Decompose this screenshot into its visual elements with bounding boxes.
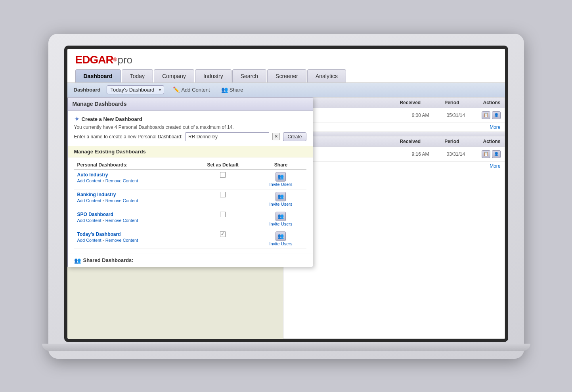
banking-share-wrap: 👥 Invite Users	[258, 192, 303, 207]
auto-industry-link[interactable]: Auto Industry	[77, 172, 187, 178]
screen: EDGAR®pro Dashboard Today Company Indust…	[67, 49, 505, 339]
nav-tab-analytics[interactable]: Analytics	[307, 69, 346, 82]
received-value: 6:00 AM	[412, 113, 444, 118]
auto-share-cell: 👥 Invite Users	[255, 169, 306, 189]
more-link-2[interactable]: More	[283, 162, 505, 170]
create-dashboard-button[interactable]: Create	[283, 132, 306, 141]
banking-share-cell: 👥 Invite Users	[255, 189, 306, 209]
app-logo: EDGAR®pro	[75, 54, 497, 66]
dashboard-table: Personal Dashboards: Set as Default Shar…	[74, 161, 306, 249]
copy-icon[interactable]: 📋	[482, 111, 490, 119]
banking-default-cell	[190, 189, 256, 209]
todays-invite-link[interactable]: Invite Users	[269, 241, 292, 246]
add-content-button[interactable]: ✏️ Add Content	[170, 86, 212, 94]
auto-invite-link[interactable]: Invite Users	[269, 182, 292, 187]
spo-default-cell	[190, 209, 256, 229]
row-actions: 📋 👤	[482, 111, 501, 119]
app-header: EDGAR®pro Dashboard Today Company Indust…	[67, 49, 505, 83]
banking-default-checkbox[interactable]	[220, 192, 226, 197]
main-content: Received Period Actions GNS, INC. 6:00 A…	[67, 97, 505, 339]
copy-icon-2[interactable]: 📋	[482, 150, 490, 158]
share-button[interactable]: 👥 Share	[219, 86, 246, 94]
dashboard-name-cell-spo: SPO Dashboard Add Content • Remove Conte…	[74, 209, 190, 229]
logo-edgar: EDGAR	[75, 54, 113, 66]
banking-invite-link[interactable]: Invite Users	[269, 202, 292, 207]
toolbar: Dashboard Today's Dashboard Auto Industr…	[67, 83, 505, 97]
banking-add-content-link[interactable]: Add Content	[77, 198, 101, 203]
col-header-personal: Personal Dashboards:	[74, 161, 190, 170]
spo-add-content-link[interactable]: Add Content	[77, 218, 101, 223]
dashboard-name-input[interactable]	[186, 132, 269, 141]
auto-industry-actions: Add Content • Remove Content	[77, 178, 187, 183]
dashboard-row-todays: Today's Dashboard Add Content • Remove C…	[74, 229, 306, 249]
col-actions: Actions	[483, 100, 500, 105]
create-input-row: Enter a name to create a new Personal Da…	[74, 132, 306, 141]
shared-section: 👥 Shared Dashboards:	[68, 254, 313, 267]
auto-add-content-link[interactable]: Add Content	[77, 178, 101, 183]
modal-body: ✦ Create a New Dashboard You currently h…	[68, 111, 313, 254]
nav-tab-screener[interactable]: Screener	[267, 69, 306, 82]
spo-default-checkbox[interactable]	[220, 212, 226, 217]
share-label: Share	[230, 87, 243, 93]
nav-tab-dashboard[interactable]: Dashboard	[75, 69, 121, 82]
todays-share-icon[interactable]: 👥	[275, 231, 286, 241]
manage-existing-header: Manage Existing Dashboards	[68, 146, 313, 157]
laptop-shell: EDGAR®pro Dashboard Today Company Indust…	[48, 34, 524, 359]
nav-tab-company[interactable]: Company	[154, 69, 194, 82]
create-description: You currently have 4 Personal Dashboards…	[74, 124, 306, 130]
todays-dashboard-actions: Add Content • Remove Content	[77, 238, 187, 243]
create-input-label: Enter a name to create a new Personal Da…	[74, 134, 183, 140]
toolbar-select-wrap: Today's Dashboard Auto Industry Banking …	[107, 85, 164, 94]
shared-dashboards-label: Shared Dashboards:	[83, 257, 134, 263]
manage-dashboards-modal: Manage Dashboards ✦ Create a New Dashboa…	[67, 97, 313, 267]
create-section: ✦ Create a New Dashboard You currently h…	[74, 115, 306, 141]
auto-default-checkbox[interactable]	[220, 172, 226, 178]
todays-add-content-link[interactable]: Add Content	[77, 238, 101, 243]
period-value-2: 03/31/14	[447, 151, 478, 157]
col-period-2: Period	[444, 139, 459, 144]
spo-remove-content-link[interactable]: Remove Content	[105, 218, 138, 223]
col-header-default: Set as Default	[190, 161, 256, 170]
section-divider	[283, 132, 505, 136]
banking-remove-content-link[interactable]: Remove Content	[105, 198, 138, 203]
clear-input-button[interactable]: ✕	[272, 133, 280, 140]
add-content-label: Add Content	[181, 87, 210, 93]
col-header-share: Share	[255, 161, 306, 170]
auto-share-wrap: 👥 Invite Users	[258, 172, 303, 187]
todays-remove-content-link[interactable]: Remove Content	[105, 238, 138, 243]
bg-table-header-2: Received Period Actions	[283, 136, 505, 147]
todays-share-wrap: 👥 Invite Users	[258, 231, 303, 246]
toolbar-dashboard-label: Dashboard	[74, 87, 101, 93]
period-value: 05/31/14	[447, 113, 478, 118]
spo-dashboard-actions: Add Content • Remove Content	[77, 218, 187, 223]
plus-icon: ✦	[74, 115, 79, 123]
screen-bezel: EDGAR®pro Dashboard Today Company Indust…	[64, 46, 508, 342]
todays-default-checkbox[interactable]	[220, 231, 226, 237]
dashboard-name-cell-auto: Auto Industry Add Content • Remove Conte…	[74, 169, 190, 189]
user-icon[interactable]: 👤	[492, 111, 501, 119]
spo-share-icon[interactable]: 👥	[275, 212, 286, 221]
auto-remove-content-link[interactable]: Remove Content	[105, 178, 138, 183]
nav-tab-search[interactable]: Search	[232, 69, 266, 82]
banking-industry-link[interactable]: Banking Industry	[77, 192, 187, 197]
modal-title: Manage Dashboards	[68, 98, 313, 111]
auto-default-cell	[190, 169, 256, 189]
dashboard-row-spo: SPO Dashboard Add Content • Remove Conte…	[74, 209, 306, 229]
todays-dashboard-link[interactable]: Today's Dashboard	[77, 231, 187, 237]
col-received-2: Received	[400, 139, 421, 144]
auto-share-icon[interactable]: 👥	[275, 172, 286, 182]
nav-tab-today[interactable]: Today	[122, 69, 153, 82]
spo-dashboard-link[interactable]: SPO Dashboard	[77, 212, 187, 217]
col-period: Period	[444, 100, 459, 105]
banking-share-icon[interactable]: 👥	[275, 192, 286, 201]
table-row: GNS, INC. 6:00 AM 05/31/14 📋 👤	[283, 108, 505, 123]
user-icon-2[interactable]: 👤	[492, 150, 501, 158]
logo-reg: ®	[113, 57, 117, 62]
table-row-2: 9:16 AM 03/31/14 📋 👤	[283, 147, 505, 162]
spo-share-cell: 👥 Invite Users	[255, 209, 306, 229]
nav-tab-industry[interactable]: Industry	[195, 69, 231, 82]
dashboard-name-cell-banking: Banking Industry Add Content • Remove Co…	[74, 189, 190, 209]
dashboard-select[interactable]: Today's Dashboard Auto Industry Banking …	[107, 85, 164, 94]
spo-invite-link[interactable]: Invite Users	[269, 222, 292, 226]
more-link-1[interactable]: More	[283, 123, 505, 132]
